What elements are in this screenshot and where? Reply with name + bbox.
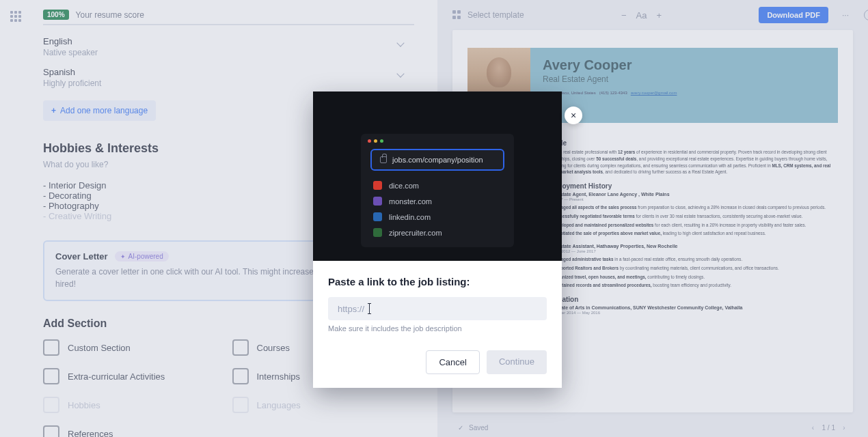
add-extracurricular[interactable]: Extra-curricular Activities [43, 368, 226, 384]
prev-page-button[interactable]: ‹ [810, 424, 817, 432]
education-dates: September 2014 — May 2016 [545, 311, 838, 315]
cover-letter-title: Cover Letter [55, 251, 108, 262]
select-template-label: Select template [467, 10, 524, 20]
score-label: Your resume score [76, 10, 144, 20]
custom-section-icon [43, 339, 59, 356]
more-menu-button[interactable]: ··· [838, 8, 853, 23]
resume-contact: San Francisco, United States (415) 123-4… [543, 91, 826, 95]
illustration-site-list: dice.com monster.com linkedin.com ziprec… [370, 178, 504, 240]
hobbies-icon [43, 397, 59, 413]
addsec-label: Internships [257, 371, 301, 382]
score-badge: 100% [43, 10, 69, 20]
chevron-down-icon[interactable] [398, 40, 405, 47]
next-page-button[interactable]: › [841, 424, 847, 432]
add-language-label: Add one more language [60, 106, 148, 115]
site-suggestion: dice.com [370, 178, 504, 193]
employment-heading: Employment History [545, 182, 838, 190]
languages-icon [232, 397, 249, 413]
modal-hint: Make sure it includes the job descriptio… [328, 324, 547, 333]
resume-phone: (415) 123-4343 [599, 91, 627, 95]
grid-icon [452, 10, 462, 20]
job-link-placeholder: https:// [338, 304, 364, 314]
education-heading: Education [545, 296, 838, 303]
site-suggestion: ziprecruiter.com [370, 225, 504, 240]
add-language-button[interactable]: Add one more language [43, 100, 156, 121]
addsec-label: Courses [257, 343, 290, 353]
education-title: Associate of Arts in Communications, SUN… [545, 305, 838, 310]
font-size-label[interactable]: Aa [636, 10, 647, 20]
zoom-in-button[interactable]: + [657, 10, 662, 20]
resume-score-bar: 100% Your resume score [43, 0, 414, 25]
site-suggestion: monster.com [370, 193, 504, 209]
addsec-label: Hobbies [68, 400, 100, 410]
page-indicator: 1 / 1 [822, 424, 835, 432]
activities-icon [43, 368, 59, 384]
language-name: English [43, 36, 414, 46]
profile-text: Dynamic real estate professional with 12… [545, 149, 838, 175]
add-hobbies: Hobbies [43, 397, 226, 413]
job-link-input[interactable]: https:// [328, 297, 547, 320]
dice-icon [373, 181, 382, 190]
apps-icon[interactable] [10, 11, 21, 22]
linkedin-icon [373, 212, 382, 221]
ai-powered-badge: AI-powered [115, 251, 169, 262]
language-name: Spanish [43, 67, 414, 77]
language-item[interactable]: Spanish Highly proficient [43, 67, 414, 88]
references-icon [43, 425, 59, 437]
close-button[interactable]: × [565, 107, 582, 124]
job-dates: July 2017 — Present [545, 197, 838, 201]
chevron-down-icon[interactable] [398, 71, 405, 78]
language-level: Native speaker [43, 48, 414, 57]
illustration-url-bar: jobs.com/company/position [370, 149, 504, 171]
resume-email[interactable]: avery.cooper@gmail.com [631, 91, 677, 95]
addsec-label: Extra-curricular Activities [68, 371, 165, 382]
modal-title: Paste a link to the job listing: [328, 276, 547, 287]
traffic-lights-icon [368, 139, 383, 143]
preview-toolbar: Select template − Aa + Download PDF ··· [452, 0, 853, 30]
addsec-label: Custom Section [68, 343, 131, 353]
job-title: Real Estate Agent, Eleanor Lane Agency ,… [545, 192, 838, 197]
monster-icon [373, 197, 382, 206]
expand-icon[interactable] [864, 10, 868, 20]
saved-label: Saved [469, 424, 488, 432]
resume-role: Real Estate Agent [543, 74, 826, 84]
download-pdf-button[interactable]: Download PDF [759, 7, 828, 23]
addsec-label: References [68, 429, 113, 438]
language-level: Highly proficient [43, 79, 414, 88]
job-dates: October 2012 — June 2017 [545, 249, 838, 253]
internships-icon [232, 368, 249, 384]
lock-icon [380, 156, 387, 163]
job-bullets: Managed all aspects of the sales process… [545, 204, 838, 237]
add-references[interactable]: References [43, 425, 226, 437]
addsec-label: Languages [257, 400, 301, 410]
check-icon [458, 424, 463, 432]
paste-job-link-modal: × jobs.com/company/position dice.com mon… [313, 91, 562, 388]
language-item[interactable]: English Native speaker [43, 36, 414, 57]
ziprecruiter-icon [373, 228, 382, 237]
job-title: Real Estate Assistant, Hathaway Properti… [545, 244, 838, 249]
plus-icon [51, 106, 56, 115]
courses-icon [232, 339, 249, 356]
add-languages: Languages [232, 397, 415, 413]
cancel-button[interactable]: Cancel [426, 350, 479, 374]
illustration-url-text: jobs.com/company/position [392, 156, 483, 164]
zoom-out-button[interactable]: − [621, 10, 627, 20]
modal-illustration: jobs.com/company/position dice.com monst… [313, 91, 562, 261]
job-bullets: Managed administrative tasks in a fast-p… [545, 256, 838, 289]
profile-heading: Profile [545, 139, 838, 147]
add-custom-section[interactable]: Custom Section [43, 339, 226, 356]
continue-button[interactable]: Continue [487, 350, 547, 374]
text-cursor-icon [369, 303, 370, 314]
preview-footer: Saved ‹ 1 / 1 › [437, 418, 868, 437]
select-template-button[interactable]: Select template [452, 10, 524, 20]
resume-name: Avery Cooper [543, 57, 826, 73]
site-suggestion: linkedin.com [370, 209, 504, 225]
